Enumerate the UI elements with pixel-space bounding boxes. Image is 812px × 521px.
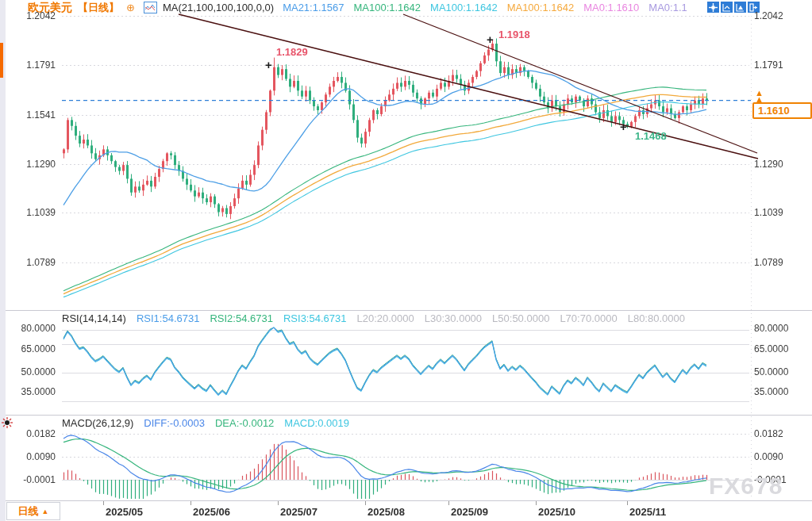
watermark: FX678	[709, 473, 783, 500]
macd-value: DEA:-0.0012	[215, 417, 274, 429]
period-selector-label: 日线	[18, 504, 39, 519]
current-price-value: 1.1610	[758, 105, 790, 117]
marker-cross-icon: +	[487, 34, 494, 45]
x-axis-month-label: 2025/05	[106, 506, 143, 518]
rsi-level-label: L30:30.0000	[425, 312, 482, 324]
price-axis-label-left: 1.1791	[5, 59, 56, 71]
macd-value: DIFF:-0.0003	[144, 417, 205, 429]
chart-header: 欧元美元 【日线】 ⊕ MA(21,100,100,100,0,0) MA21:…	[6, 0, 687, 15]
axis-scale-filled-icon[interactable]	[734, 2, 746, 13]
x-axis-month-label: 2025/10	[538, 506, 575, 518]
macd-value: MACD:0.0019	[284, 417, 349, 429]
current-price-tag: 1.1610	[752, 102, 812, 119]
price-axis-label-right: 1.0789	[754, 257, 783, 268]
rsi-level-label: L70:70.0000	[560, 312, 617, 324]
price-axis-label-right: 1.1290	[754, 159, 783, 170]
price-axis-label-right: 1.1039	[754, 207, 783, 218]
macd-axis-label-right: 0.0090	[754, 451, 783, 462]
rsi-values: RSI1:54.6731RSI2:54.6731RSI3:54.6731	[137, 312, 347, 324]
macd-header: MACD(26,12,9) DIFF:-0.0003DEA:-0.0012MAC…	[62, 417, 349, 429]
price-axis-label-left: 1.2042	[5, 10, 56, 21]
left-strip-orange-marker	[0, 43, 3, 78]
x-axis-month-label: 2025/11	[629, 506, 666, 518]
rsi-value: RSI2:54.6731	[210, 312, 273, 324]
ma-settings-label: MA(21,100,100,100,0,0)	[163, 2, 274, 13]
x-axis-month-label: 2025/08	[368, 506, 405, 518]
ma-legend-item: MA100:1.1642	[353, 2, 421, 13]
rsi-title: RSI(14,14,14)	[62, 312, 126, 324]
settings-sun-icon[interactable]	[1, 416, 13, 429]
rsi-level-label: L20:20.0000	[356, 312, 414, 324]
macd-axis-label-right: 0.0182	[754, 428, 783, 439]
ma-legend-item: MA0:1.1610	[583, 2, 639, 13]
macd-axis-label-left: 0.0090	[5, 451, 56, 462]
price-axis-label-right: 1.2042	[754, 10, 783, 21]
price-annotation: 1.1918	[498, 29, 530, 40]
price-axis-label-left: 1.1290	[5, 159, 56, 170]
ma-legend-item: MA21:1.1567	[283, 2, 344, 13]
price-axis-label-left: 1.1541	[5, 109, 56, 121]
rsi-axis-label-left: 80.0000	[5, 323, 56, 334]
period-selector-button[interactable]: 日线 ▲	[6, 502, 60, 520]
rsi-level-label: L50:50.0000	[492, 312, 549, 324]
rsi-axis-label-right: 80.0000	[754, 323, 788, 334]
indicator-chart-icon[interactable]	[144, 2, 157, 13]
x-axis-month-label: 2025/06	[193, 506, 230, 518]
rsi-value: RSI1:54.6731	[137, 312, 200, 324]
rsi-axis-label-left: 65.0000	[5, 343, 56, 354]
rsi-value: RSI3:54.6731	[283, 312, 347, 324]
ma-legend-item: MA100:1.1642	[430, 2, 498, 13]
chart-toolbar	[707, 2, 760, 13]
period-tag: 【日线】	[78, 1, 119, 15]
rsi-level-label: L80:80.0000	[628, 312, 685, 324]
crosshair-move-icon[interactable]	[707, 2, 719, 13]
rsi-level-labels: L20:20.0000L30:30.0000L50:50.0000L70:70.…	[356, 312, 684, 324]
axis-scale-icon[interactable]	[721, 2, 733, 13]
ma-legend-item: MA0:1.1	[648, 2, 687, 13]
macd-axis-label-left: 0.0182	[5, 428, 56, 439]
add-indicator-icon[interactable]: ⊕	[126, 2, 135, 13]
macd-axis-label-left: -0.0001	[5, 474, 56, 485]
marker-cross-icon: +	[265, 59, 272, 71]
rsi-header: RSI(14,14,14) RSI1:54.6731RSI2:54.6731RS…	[62, 312, 685, 324]
ma-legend: MA21:1.1567MA100:1.1642MA100:1.1642MA100…	[283, 2, 687, 13]
rsi-axis-label-left: 35.0000	[5, 386, 56, 397]
chart-canvas[interactable]	[0, 0, 812, 521]
rsi-axis-label-right: 35.0000	[754, 386, 788, 397]
x-axis-month-label: 2025/09	[451, 506, 488, 518]
macd-values: DIFF:-0.0003DEA:-0.0012MACD:0.0019	[144, 417, 349, 429]
trading-chart-window: 欧元美元 【日线】 ⊕ MA(21,100,100,100,0,0) MA21:…	[0, 0, 812, 521]
ma-legend-item: MA100:1.1642	[507, 2, 575, 13]
price-up-arrow-icon: ▲▲	[755, 90, 764, 102]
rsi-axis-label-right: 65.0000	[754, 343, 788, 354]
macd-title: MACD(26,12,9)	[62, 417, 133, 429]
price-axis-label-right: 1.1791	[754, 59, 783, 71]
rsi-axis-label-left: 50.0000	[5, 366, 56, 377]
price-annotation: 1.1468	[635, 130, 667, 142]
x-axis-month-label: 2025/07	[280, 506, 317, 518]
marker-cross-icon: +	[620, 121, 627, 132]
period-up-arrow-icon: ▲	[42, 508, 49, 515]
price-annotation: 1.1829	[276, 46, 308, 58]
price-axis-label-left: 1.1039	[5, 207, 56, 218]
rsi-axis-label-right: 50.0000	[754, 366, 788, 377]
price-axis-label-left: 1.0789	[5, 257, 56, 268]
